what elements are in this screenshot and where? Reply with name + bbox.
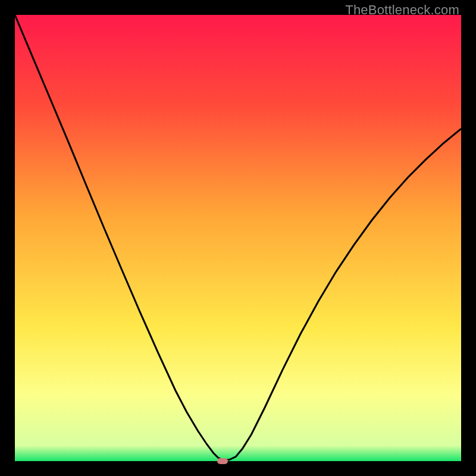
chart-frame — [15, 15, 461, 461]
watermark-text: TheBottleneck.com — [345, 2, 459, 18]
optimal-point-marker — [217, 458, 228, 464]
gradient-background — [15, 15, 461, 461]
plot-svg — [15, 15, 461, 461]
